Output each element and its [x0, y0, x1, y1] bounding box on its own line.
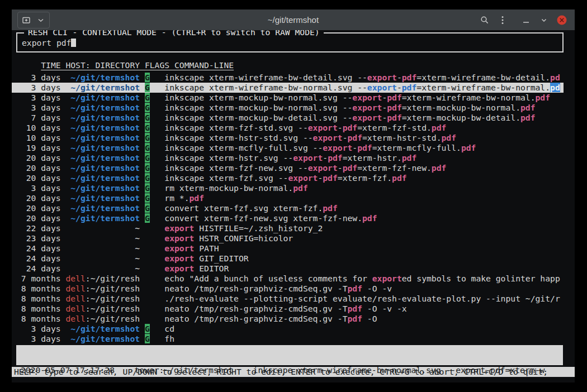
new-tab-icon: [22, 16, 31, 25]
history-row[interactable]: 20 days ~/git/termshot G inkscape xterm-…: [12, 173, 564, 183]
help-bar: HELP: type to search, UP/DOWN to select,…: [12, 367, 575, 377]
row-command-segment: pdf: [387, 113, 402, 122]
row-command-segment: =xterm-mockup-bw-detail.: [402, 113, 520, 122]
row-command-segment: =xterm-hstr.: [343, 153, 402, 162]
menu-button[interactable]: [495, 13, 510, 27]
row-command-segment: inkscape xterm-mockup-bw-normal.svg --: [164, 93, 352, 102]
row-host: ~/git/termshot: [70, 153, 140, 162]
row-command-segment: convert xterm-fzf.svg xterm-fzf.: [164, 203, 323, 213]
history-row[interactable]: 23 days ~ export HSTR_CONFIG=hicolor: [12, 233, 564, 243]
row-command-segment: pdf: [323, 173, 338, 183]
history-row[interactable]: 8 months dell:~/git/resh neato /tmp/resh…: [12, 304, 564, 314]
kebab-menu-icon: [501, 16, 504, 25]
search-box-title: RESH CLI - CONTEXTUAL MODE - (CTRL+R to …: [24, 30, 324, 37]
history-row[interactable]: 3 days ~/git/termshot G rm xterm-mockup-…: [12, 183, 564, 193]
row-flag: G: [145, 73, 150, 82]
row-command-segment: =xterm-wireframe-bw-normal.: [416, 83, 550, 92]
row-time: 20 days: [16, 153, 65, 162]
history-row[interactable]: 7 days ~/git/termshot G inkscape xterm-m…: [12, 113, 564, 123]
row-command-segment: pdf: [323, 203, 338, 213]
history-row[interactable]: 22 days ~ export HISTFILE=~/.zsh_history…: [12, 223, 564, 233]
history-row[interactable]: 20 days ~/git/termshot G rm *.pdf: [12, 193, 564, 203]
row-command-segment: =xterm-fzf-new.: [357, 163, 432, 173]
row-flag: [145, 294, 150, 303]
row-command-segment: ed symbols to make golinter happ: [402, 274, 560, 283]
row-command-segment: -: [382, 113, 387, 122]
row-command-segment: rm *.: [164, 193, 189, 203]
row-command-segment: inkscape xterm-mcfly-full.svg --: [164, 143, 323, 152]
search-button[interactable]: [477, 13, 492, 27]
row-time: 24 days: [16, 243, 65, 253]
history-row[interactable]: 8 months dell:~/git/resh ./resh-evaluate…: [12, 294, 564, 304]
row-command-segment: export: [164, 243, 194, 253]
history-row[interactable]: 3 days ~/git/termshot G fh: [12, 334, 564, 344]
history-row[interactable]: 8 months dell:~/git/resh neato /tmp/resh…: [12, 314, 564, 324]
row-command-segment: HSTR_CONFIG=hicolor: [194, 233, 293, 243]
history-row[interactable]: 20 days ~/git/termshot G inkscape xterm-…: [12, 163, 564, 173]
row-host: :~/git/resh: [86, 314, 140, 323]
chevron-down-icon: [38, 18, 44, 22]
row-time: 24 days: [16, 264, 65, 273]
history-row[interactable]: 7 months dell:~/git/resh echo "Add a bun…: [12, 274, 564, 284]
close-button[interactable]: [555, 13, 569, 27]
search-input[interactable]: export pdf: [22, 38, 558, 48]
row-command-segment: neato /tmp/resh-graphviz-cmdSeq.gv -T: [164, 304, 347, 313]
row-host: ~/git/termshot: [70, 113, 140, 122]
search-query-text: export pdf: [22, 38, 71, 47]
new-tab-button[interactable]: [19, 13, 34, 27]
minimize-button[interactable]: [519, 13, 533, 27]
row-time: 20 days: [16, 173, 65, 183]
history-row[interactable]: 24 days ~ export EDITOR: [12, 264, 564, 274]
history-row[interactable]: 24 days ~ export PATH: [12, 243, 564, 254]
tab-list-dropdown-button[interactable]: [34, 13, 48, 27]
row-host: ~/git/termshot: [70, 203, 140, 213]
row-command-segment: pdf: [461, 143, 476, 152]
row-command-segment: =xterm-fzf.: [338, 173, 392, 183]
history-row[interactable]: 3 days ~/git/termshot G inkscape xterm-m…: [12, 93, 564, 103]
row-command-segment: export: [288, 173, 318, 183]
history-row[interactable]: 20 days ~/git/termshot G convert xterm-f…: [12, 203, 564, 213]
row-flag: G: [145, 133, 150, 142]
history-row[interactable]: 19 days ~/git/termshot G inkscape xterm-…: [12, 143, 564, 153]
row-command-segment: PATH: [194, 243, 219, 253]
titlebar: ~/git/termshot: [12, 9, 575, 30]
history-row[interactable]: 10 days ~/git/termshot G inkscape xterm-…: [12, 123, 564, 133]
row-command-segment: =xterm-hstr-std.: [362, 133, 441, 142]
history-row[interactable]: 8 months dell:~/git/resh neato /tmp/resh…: [12, 284, 564, 294]
row-command-segment: =xterm-fzf-std.: [357, 123, 432, 132]
history-row[interactable]: 20 days ~/git/termshot G inkscape xterm-…: [12, 153, 564, 163]
row-flag: [145, 264, 150, 273]
row-command-segment: export: [313, 133, 343, 142]
row-command-segment: =xterm-mockup-bw-normal.: [402, 103, 520, 112]
history-row[interactable]: 10 days ~/git/termshot G inkscape xterm-…: [12, 133, 564, 143]
row-flag: [145, 314, 150, 323]
row-command-segment: pdf: [190, 193, 205, 203]
history-row[interactable]: 3 days ~/git/termshot G inkscape xterm-w…: [12, 73, 564, 83]
row-command-segment: fh: [164, 334, 174, 343]
history-row[interactable]: 3 days ~/git/termshot G inkscape xterm-m…: [12, 103, 564, 113]
row-time: 23 days: [16, 233, 65, 243]
history-row[interactable]: 3 days ~/git/termshot G cd: [12, 324, 564, 334]
row-flag: G: [145, 143, 150, 152]
history-row[interactable]: 24 days ~ export GIT_EDITOR: [12, 254, 564, 264]
row-command-segment: pdf: [293, 183, 308, 193]
row-command-segment: export: [352, 113, 382, 122]
row-time: 3 days: [16, 183, 65, 193]
window-title: ~/git/termshot: [163, 15, 424, 25]
row-host: ~: [135, 264, 140, 273]
row-flag: G: [145, 153, 150, 162]
row-command-segment: export: [164, 264, 194, 273]
row-flag: [145, 284, 150, 293]
row-command-segment: inkscape xterm-fzf-new.svg --: [164, 163, 307, 173]
row-command-segment: inkscape xterm-wireframe-bw-detail.svg -…: [164, 73, 367, 82]
row-command-segment: pdf: [348, 314, 363, 323]
row-host: ~/git/termshot: [70, 143, 140, 152]
row-flag: G: [145, 83, 150, 92]
row-flag: G: [145, 103, 150, 112]
titlebar-left: [17, 12, 163, 28]
restore-button[interactable]: [537, 13, 551, 27]
history-row-selected[interactable]: 3 days ~/git/termshot G inkscape xterm-w…: [12, 83, 564, 93]
row-time: 8 months: [16, 284, 65, 293]
history-row[interactable]: 20 days ~/git/termshot G convert xterm-f…: [12, 213, 564, 223]
row-command-segment: pdf: [328, 153, 343, 162]
